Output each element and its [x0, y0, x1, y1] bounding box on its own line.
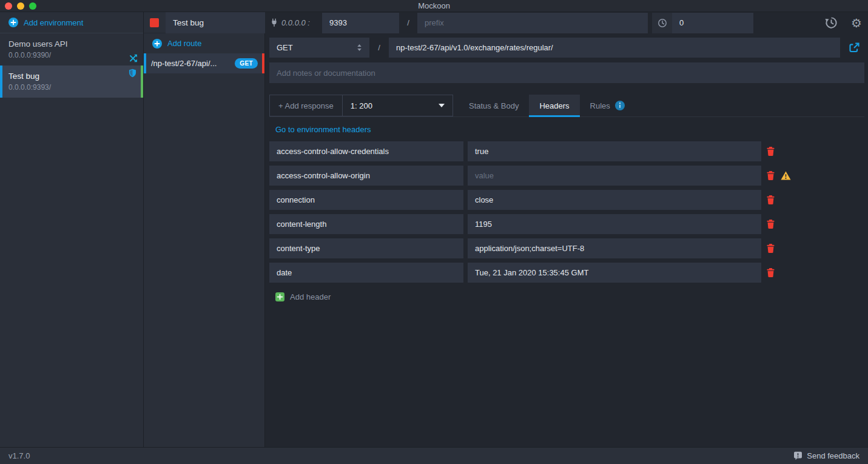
- header-key-input[interactable]: [269, 141, 463, 161]
- response-toolbar: + Add response 1: 200 Status & Body H: [269, 95, 864, 117]
- response-tabs: Status & Body Headers Rules: [459, 95, 635, 116]
- delete-header-button[interactable]: [767, 268, 776, 277]
- notes-input[interactable]: [269, 62, 864, 83]
- delete-header-button[interactable]: [767, 244, 776, 253]
- proxy-mode-icon: [129, 54, 138, 62]
- environments-sidebar: Add environment Demo users API 0.0.0.0:9…: [0, 12, 144, 447]
- host-label: 0.0.0.0 :: [269, 18, 319, 27]
- environment-url: 0.0.0.0:9390/: [8, 51, 135, 59]
- method-select-value: GET: [277, 43, 293, 52]
- endpoint-separator: /: [373, 43, 385, 52]
- header-key-input[interactable]: [269, 214, 463, 234]
- add-header-label: Add header: [290, 292, 331, 301]
- tab-rules[interactable]: Rules: [580, 95, 635, 116]
- header-key-input[interactable]: [269, 190, 463, 210]
- header-row: [269, 190, 864, 210]
- statusbar: v1.7.0 Send feedback: [0, 447, 868, 464]
- header-row: [269, 166, 864, 186]
- header-value-input[interactable]: [468, 214, 761, 234]
- info-icon: [615, 101, 625, 110]
- titlebar: Mockoon: [0, 0, 868, 12]
- environment-name: Demo users API: [8, 39, 135, 49]
- method-select[interactable]: GET: [269, 38, 369, 58]
- route-config-row: GET /: [269, 38, 864, 58]
- header-value-input[interactable]: [468, 263, 761, 283]
- add-environment-button[interactable]: Add environment: [0, 12, 143, 33]
- header-row: [269, 141, 864, 161]
- header-value-input[interactable]: [468, 190, 761, 210]
- environment-toolbar: 0.0.0.0 : /: [269, 12, 864, 33]
- add-route-button[interactable]: Add route: [144, 33, 264, 53]
- environment-name: Test bug: [8, 72, 132, 81]
- latency-clock-icon: [652, 13, 672, 33]
- endpoint-input[interactable]: [389, 38, 840, 58]
- add-route-label: Add route: [167, 39, 201, 48]
- prefix-input[interactable]: [417, 13, 648, 33]
- response-select[interactable]: 1: 200: [343, 95, 453, 116]
- route-item[interactable]: /np-test/2-67/api/... GET: [144, 53, 264, 73]
- header-key-input[interactable]: [269, 166, 463, 186]
- https-shield-icon: [129, 69, 136, 78]
- warning-icon: [781, 171, 791, 180]
- latency-input[interactable]: [672, 13, 753, 33]
- window-title: Mockoon: [0, 1, 868, 10]
- delete-header-button[interactable]: [767, 220, 776, 229]
- caret-down-icon: [439, 104, 445, 107]
- environment-item-demo-users-api[interactable]: Demo users API 0.0.0.0:9390/: [0, 33, 143, 66]
- header-row: [269, 214, 864, 234]
- main-panel: 0.0.0.0 : /: [265, 12, 868, 447]
- environment-url: 0.0.0.0:9393/: [8, 83, 132, 92]
- go-to-environment-headers-link[interactable]: Go to environment headers: [275, 125, 371, 134]
- header-value-input[interactable]: [468, 166, 761, 186]
- response-group: + Add response 1: 200: [269, 95, 453, 116]
- plus-circle-icon: [152, 39, 162, 49]
- mockoon-window: Mockoon Add environment Demo users API 0…: [0, 0, 868, 464]
- path-separator: /: [402, 18, 414, 27]
- header-row: [269, 238, 864, 258]
- settings-gear-icon[interactable]: ⚙: [851, 17, 862, 29]
- send-feedback-button[interactable]: Send feedback: [793, 451, 860, 460]
- route-method-badge: GET: [235, 58, 258, 69]
- environment-item-test-bug[interactable]: Test bug 0.0.0.0:9393/: [0, 66, 143, 98]
- app-version: v1.7.0: [8, 451, 30, 460]
- notes-row: [269, 62, 864, 83]
- delete-header-button[interactable]: [767, 171, 776, 180]
- header-value-input[interactable]: [468, 238, 761, 258]
- add-response-button[interactable]: + Add response: [270, 95, 343, 116]
- header-key-input[interactable]: [269, 263, 463, 283]
- add-environment-label: Add environment: [24, 18, 83, 27]
- routes-header: [144, 12, 264, 33]
- send-feedback-label: Send feedback: [807, 451, 860, 460]
- plus-circle-icon: [8, 18, 18, 27]
- response-select-value: 1: 200: [351, 101, 372, 110]
- plug-icon: [271, 18, 278, 27]
- header-key-input[interactable]: [269, 238, 463, 258]
- environment-logs-icon[interactable]: [825, 16, 838, 29]
- tab-headers[interactable]: Headers: [529, 95, 579, 116]
- open-in-browser-icon[interactable]: [844, 42, 864, 53]
- add-header-button[interactable]: Add header: [269, 291, 864, 303]
- delete-header-button[interactable]: [767, 147, 776, 156]
- select-updown-icon: [357, 44, 362, 52]
- routes-panel: Add route /np-test/2-67/api/... GET: [144, 12, 265, 447]
- header-row: [269, 263, 864, 283]
- headers-list: [269, 141, 864, 283]
- header-value-input[interactable]: [468, 141, 761, 161]
- port-input[interactable]: [322, 13, 399, 33]
- delete-header-button[interactable]: [767, 195, 776, 204]
- stop-server-button[interactable]: [150, 18, 159, 27]
- latency-group: [652, 13, 753, 33]
- tab-status-body[interactable]: Status & Body: [459, 95, 529, 116]
- feedback-bubble-icon: [793, 451, 802, 460]
- plus-square-icon: [275, 292, 284, 301]
- env-headers-link-row: Go to environment headers: [269, 123, 864, 135]
- route-path: /np-test/2-67/api/...: [151, 59, 217, 68]
